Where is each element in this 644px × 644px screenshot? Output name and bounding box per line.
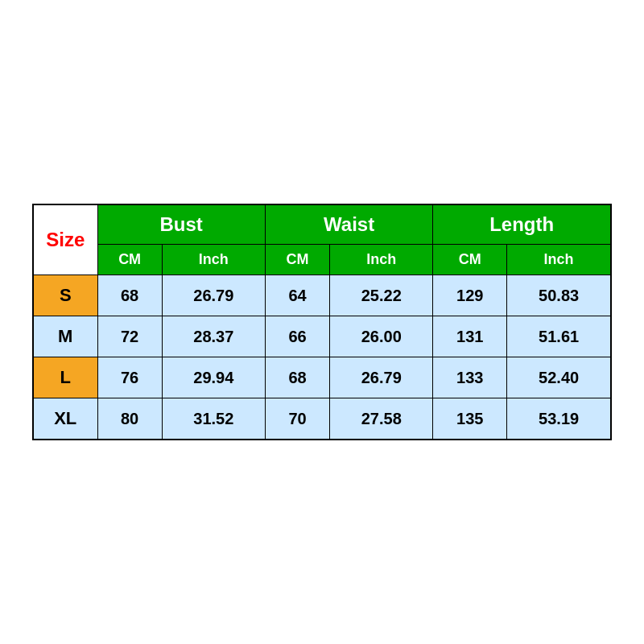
data-cell: 135 [433, 398, 507, 440]
table-row: S6826.796425.2212950.83 [33, 275, 611, 316]
data-cell: 27.58 [330, 398, 433, 440]
data-cell: 64 [265, 275, 329, 316]
bust-header: Bust [97, 204, 265, 245]
length-header: Length [433, 204, 611, 245]
size-cell: XL [33, 398, 97, 440]
data-cell: 31.52 [162, 398, 265, 440]
data-cell: 76 [97, 357, 162, 398]
length-inch-header: Inch [507, 245, 611, 275]
size-column-header: Size [33, 204, 97, 275]
size-cell: M [33, 316, 97, 357]
header-row-units: CM Inch CM Inch CM Inch [33, 245, 611, 275]
size-chart-table: Size Bust Waist Length CM Inch CM Inch C… [32, 204, 612, 440]
waist-cm-header: CM [265, 245, 329, 275]
waist-inch-header: Inch [330, 245, 433, 275]
data-cell: 80 [97, 398, 162, 440]
table-row: M7228.376626.0013151.61 [33, 316, 611, 357]
data-cell: 26.00 [330, 316, 433, 357]
header-row-groups: Size Bust Waist Length [33, 204, 611, 245]
table-row: L7629.946826.7913352.40 [33, 357, 611, 398]
data-cell: 66 [265, 316, 329, 357]
data-cell: 131 [433, 316, 507, 357]
data-cell: 53.19 [507, 398, 611, 440]
bust-cm-header: CM [97, 245, 162, 275]
data-cell: 133 [433, 357, 507, 398]
bust-inch-header: Inch [162, 245, 265, 275]
data-cell: 50.83 [507, 275, 611, 316]
data-cell: 26.79 [330, 357, 433, 398]
size-chart-wrapper: Size Bust Waist Length CM Inch CM Inch C… [32, 204, 612, 440]
table-row: XL8031.527027.5813553.19 [33, 398, 611, 440]
data-cell: 26.79 [162, 275, 265, 316]
data-cell: 68 [265, 357, 329, 398]
data-cell: 52.40 [507, 357, 611, 398]
data-cell: 25.22 [330, 275, 433, 316]
data-cell: 51.61 [507, 316, 611, 357]
data-cell: 129 [433, 275, 507, 316]
data-cell: 70 [265, 398, 329, 440]
size-cell: L [33, 357, 97, 398]
data-cell: 28.37 [162, 316, 265, 357]
size-cell: S [33, 275, 97, 316]
size-data-body: S6826.796425.2212950.83M7228.376626.0013… [33, 275, 611, 440]
data-cell: 29.94 [162, 357, 265, 398]
data-cell: 72 [97, 316, 162, 357]
length-cm-header: CM [433, 245, 507, 275]
data-cell: 68 [97, 275, 162, 316]
waist-header: Waist [265, 204, 432, 245]
